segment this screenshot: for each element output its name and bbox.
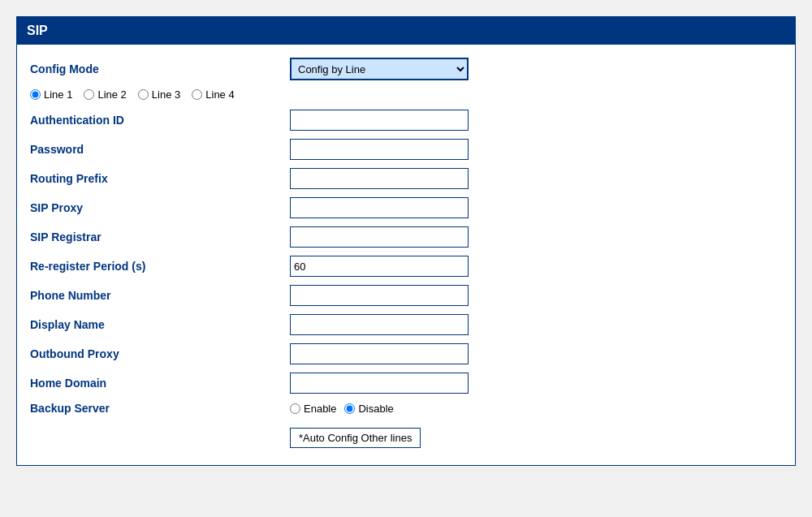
line-select-row: Line 1 Line 2 Line 3 Line 4 — [30, 85, 782, 106]
home-domain-input[interactable] — [290, 373, 469, 394]
backup-disable-label[interactable]: Disable — [344, 403, 393, 415]
sip-proxy-label: SIP Proxy — [30, 201, 290, 214]
sip-proxy-input[interactable] — [290, 197, 469, 218]
line3-radio[interactable] — [138, 89, 149, 100]
display-name-label: Display Name — [30, 318, 290, 331]
outbound-proxy-input[interactable] — [290, 343, 469, 364]
line1-radio-label[interactable]: Line 1 — [30, 88, 72, 101]
line4-label: Line 4 — [205, 88, 234, 101]
routing-prefix-row: Routing Prefix — [30, 164, 782, 193]
sip-panel: SIP Config Mode Config by Line Config by… — [16, 16, 796, 466]
auth-id-input[interactable] — [290, 110, 469, 131]
line1-radio[interactable] — [30, 89, 41, 100]
line2-radio[interactable] — [84, 89, 94, 100]
line3-label: Line 3 — [152, 88, 180, 101]
backup-server-label: Backup Server — [30, 402, 290, 415]
outbound-proxy-label: Outbound Proxy — [30, 347, 290, 360]
line2-radio-label[interactable]: Line 2 — [84, 88, 126, 101]
config-mode-select[interactable]: Config by Line Config by Device — [290, 58, 469, 80]
config-mode-label: Config Mode — [30, 62, 290, 75]
phone-number-row: Phone Number — [30, 281, 782, 310]
routing-prefix-label: Routing Prefix — [30, 172, 290, 185]
re-register-period-row: Re-register Period (s) — [30, 252, 782, 281]
line3-radio-label[interactable]: Line 3 — [138, 88, 180, 101]
backup-disable-radio[interactable] — [344, 403, 355, 414]
password-input[interactable] — [290, 139, 469, 160]
auth-id-row: Authentication ID — [30, 106, 782, 135]
home-domain-row: Home Domain — [30, 368, 782, 398]
sip-registrar-row: SIP Registrar — [30, 222, 782, 252]
password-row: Password — [30, 135, 782, 164]
backup-disable-text: Disable — [358, 403, 393, 415]
password-label: Password — [30, 143, 290, 156]
auto-config-button[interactable]: *Auto Config Other lines — [290, 428, 421, 448]
routing-prefix-input[interactable] — [290, 168, 469, 189]
display-name-row: Display Name — [30, 310, 782, 339]
line1-label: Line 1 — [44, 88, 72, 101]
line4-radio-label[interactable]: Line 4 — [192, 88, 234, 101]
re-register-period-label: Re-register Period (s) — [30, 260, 290, 273]
auth-id-label: Authentication ID — [30, 114, 290, 127]
backup-enable-label[interactable]: Enable — [290, 403, 336, 415]
phone-number-label: Phone Number — [30, 289, 290, 302]
form-fields: Authentication IDPasswordRouting PrefixS… — [30, 106, 782, 398]
line-radio-group: Line 1 Line 2 Line 3 Line 4 — [30, 88, 235, 101]
sip-registrar-input[interactable] — [290, 226, 469, 248]
backup-enable-text: Enable — [304, 403, 336, 415]
phone-number-input[interactable] — [290, 285, 469, 306]
backup-server-options: Enable Disable — [290, 403, 394, 415]
outbound-proxy-row: Outbound Proxy — [30, 339, 782, 368]
config-mode-row: Config Mode Config by Line Config by Dev… — [30, 53, 782, 85]
display-name-input[interactable] — [290, 314, 469, 335]
sip-proxy-row: SIP Proxy — [30, 193, 782, 222]
backup-server-row: Backup Server Enable Disable — [30, 398, 782, 419]
backup-enable-radio[interactable] — [290, 403, 300, 414]
line4-radio[interactable] — [192, 89, 202, 100]
panel-title: SIP — [17, 17, 795, 45]
re-register-period-input[interactable] — [290, 256, 469, 277]
panel-body: Config Mode Config by Line Config by Dev… — [17, 45, 795, 465]
sip-registrar-label: SIP Registrar — [30, 230, 290, 243]
home-domain-label: Home Domain — [30, 377, 290, 390]
line2-label: Line 2 — [97, 88, 126, 101]
auto-config-row: *Auto Config Other lines — [30, 419, 782, 452]
